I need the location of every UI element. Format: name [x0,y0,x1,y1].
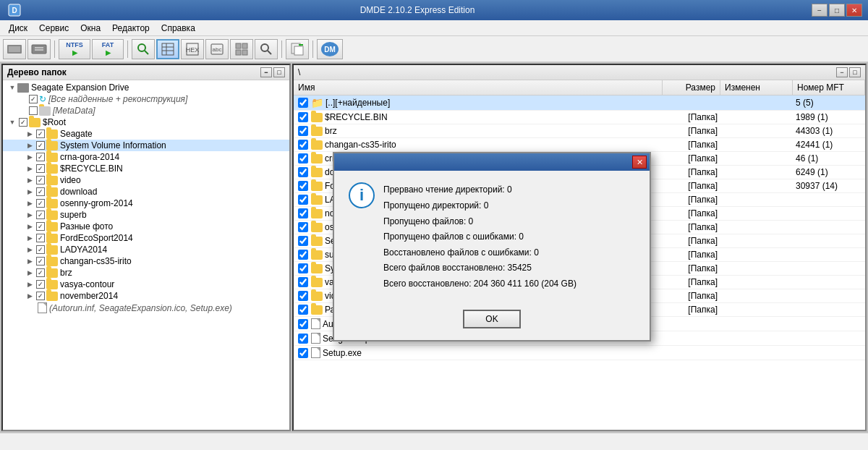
tree-toggle[interactable]: ▶ [25,268,35,278]
row-checkbox[interactable] [298,250,308,260]
row-checkbox[interactable] [298,222,308,232]
tree-container[interactable]: ▼ Seagate Expansion Drive ↻ [Все найденн… [3,80,289,430]
tree-toggle[interactable]: ▶ [25,164,35,174]
tree-checkbox[interactable] [36,141,45,150]
tree-checkbox[interactable] [36,153,45,161]
toolbar-preview[interactable]: abc [205,39,229,59]
tree-item-crna[interactable]: ▶ crna-gora-2014 [3,151,289,163]
tree-item-all-found[interactable]: ↻ [Все найденные + реконструкция] [3,93,289,105]
row-checkbox[interactable] [298,305,308,315]
tree-item-root[interactable]: ▼ $Root [3,116,289,128]
tree-item-download[interactable]: ▶ download [3,186,289,198]
file-row[interactable]: brz [Папка] 44303 (1) [294,124,865,138]
row-checkbox[interactable] [298,334,308,344]
tree-item-ladya[interactable]: ▶ LADYA2014 [3,244,289,255]
toolbar-hex[interactable]: HEX [181,39,204,59]
tree-toggle[interactable]: ▶ [25,187,35,197]
menu-windows[interactable]: Окна [75,22,106,35]
tree-checkbox[interactable] [19,118,27,127]
tree-checkbox[interactable] [36,199,45,208]
tree-item-video[interactable]: ▶ video [3,174,289,186]
tree-checkbox[interactable] [36,245,45,254]
tree-toggle[interactable] [17,106,27,116]
tree-toggle[interactable]: ▶ [25,140,35,150]
tree-toggle[interactable]: ▶ [25,210,35,220]
tree-checkbox[interactable] [36,222,45,231]
tree-item-svi[interactable]: ▶ System Volume Information [3,140,289,151]
minimize-button[interactable]: − [812,4,827,17]
tree-checkbox[interactable] [29,95,38,103]
toolbar-btn-1[interactable] [3,39,26,59]
tree-item-november[interactable]: ▶ november2014 [3,290,289,302]
close-button[interactable]: ✕ [846,4,862,17]
tree-item-osenny[interactable]: ▶ osenny-grom-2014 [3,198,289,209]
tree-checkbox[interactable] [36,257,45,266]
row-checkbox[interactable] [298,181,308,191]
row-checkbox[interactable] [298,208,308,218]
col-header-name[interactable]: Имя [294,80,663,95]
col-header-mft[interactable]: Номер МFT [793,80,865,95]
tree-checkbox[interactable] [36,280,45,289]
toolbar-ntfs[interactable]: NTFS ▶ [59,39,90,59]
tree-item-superb[interactable]: ▶ superb [3,209,289,221]
tree-toggle[interactable]: ▼ [7,82,17,93]
toolbar-logo[interactable]: DM [317,39,343,59]
tree-toggle[interactable]: ▶ [25,152,35,162]
right-panel-maximize[interactable]: □ [849,67,861,77]
row-checkbox[interactable] [298,277,308,287]
tree-checkbox[interactable] [36,268,45,277]
tree-toggle[interactable]: ▶ [25,245,35,255]
tree-checkbox[interactable] [36,130,45,138]
row-checkbox[interactable] [298,319,308,329]
file-row[interactable]: 📁 [..][+найденные] 5 (5) [294,95,865,111]
col-header-size[interactable]: Размер [663,80,720,95]
row-checkbox[interactable] [298,153,308,164]
tree-item-recycle[interactable]: ▶ $RECYCLE.BIN [3,163,289,174]
right-panel-minimize[interactable]: − [836,67,848,77]
tree-toggle[interactable]: ▶ [25,198,35,208]
tree-toggle[interactable]: ▶ [25,221,35,232]
toolbar-view4[interactable] [230,39,253,59]
row-checkbox[interactable] [298,167,308,177]
panel-maximize-btn[interactable]: □ [273,67,285,77]
file-row[interactable]: changan-cs35-irito [Папка] 42441 (1) [294,138,865,152]
toolbar-btn-2[interactable] [27,39,51,59]
tree-toggle[interactable]: ▶ [25,129,35,139]
tree-checkbox[interactable] [36,292,45,300]
modal-ok-button[interactable]: OK [463,310,521,328]
maximize-button[interactable]: □ [829,4,845,17]
file-row[interactable]: Setup.exe [294,346,865,360]
tree-item-brz[interactable]: ▶ brz [3,267,289,279]
modal-close-button[interactable]: ✕ [632,156,647,169]
tree-toggle[interactable]: ▶ [25,291,35,301]
row-checkbox[interactable] [298,236,308,246]
toolbar-fat[interactable]: FAT ▶ [92,39,124,59]
tree-toggle[interactable]: ▶ [25,175,35,185]
row-checkbox[interactable] [298,112,308,122]
tree-item-raznye[interactable]: ▶ Разные фото [3,221,289,232]
col-header-modified[interactable]: Изменен [720,80,793,95]
tree-toggle[interactable] [17,94,27,104]
panel-minimize-btn[interactable]: − [260,67,272,77]
toolbar-search[interactable] [132,39,155,59]
row-checkbox[interactable] [298,263,308,273]
tree-checkbox[interactable] [36,176,45,184]
row-checkbox[interactable] [298,291,308,301]
menu-help[interactable]: Справка [156,22,201,35]
menu-disk[interactable]: Диск [3,22,33,35]
file-row[interactable]: $RECYCLE.BIN [Папка] 1989 (1) [294,111,865,124]
tree-checkbox[interactable] [36,211,45,219]
tree-item-metadata[interactable]: [MetaData] [3,105,289,116]
row-checkbox[interactable] [298,126,308,136]
row-checkbox[interactable] [298,140,308,150]
tree-toggle[interactable]: ▼ [7,117,17,127]
tree-toggle[interactable]: ▶ [25,256,35,266]
tree-toggle[interactable]: ▶ [25,233,35,243]
tree-checkbox[interactable] [36,234,45,242]
tree-item-files[interactable]: (Autorun.inf, SeagateExpansion.ico, Setu… [3,302,289,314]
toolbar-table[interactable] [156,39,179,59]
tree-item-vasya[interactable]: ▶ vasya-contour [3,279,289,290]
tree-checkbox[interactable] [29,106,38,115]
row-checkbox[interactable] [298,348,308,358]
toolbar-find[interactable] [255,39,278,59]
